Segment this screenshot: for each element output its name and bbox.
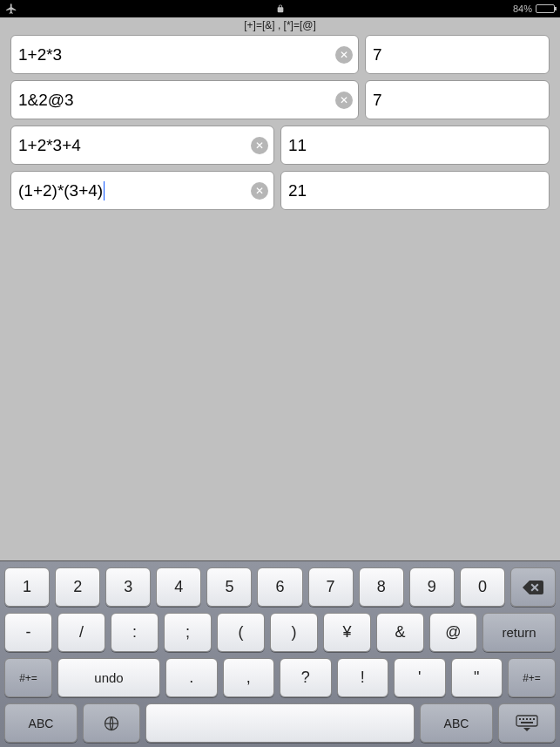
key-sym[interactable]: ! <box>337 658 389 697</box>
svg-rect-4 <box>526 718 528 720</box>
svg-rect-5 <box>530 718 531 720</box>
result-output[interactable]: 7 <box>365 80 550 119</box>
key-4[interactable]: 4 <box>156 567 201 607</box>
key-7[interactable]: 7 <box>308 567 354 607</box>
result-output[interactable]: 11 <box>280 126 550 165</box>
space-key[interactable] <box>145 703 415 743</box>
key-sym[interactable]: " <box>451 658 503 697</box>
key-sym[interactable]: / <box>57 613 105 652</box>
backspace-key[interactable] <box>510 567 556 607</box>
globe-key[interactable] <box>83 703 140 743</box>
expression-input[interactable]: (1+2)*(3+4)✕ <box>10 171 274 210</box>
key-5[interactable]: 5 <box>206 567 252 607</box>
return-key[interactable]: return <box>482 613 556 652</box>
special-key-left[interactable]: #+= <box>4 658 52 697</box>
calc-row: (1+2)*(3+4)✕21 <box>10 171 550 210</box>
airplane-icon <box>5 3 17 15</box>
text-cursor <box>104 181 105 200</box>
key-sym[interactable]: ) <box>270 613 318 652</box>
key-sym[interactable]: ? <box>280 658 332 697</box>
clear-icon[interactable]: ✕ <box>251 182 268 200</box>
key-sym[interactable]: ( <box>217 613 265 652</box>
expression-input[interactable]: 1&2@3✕ <box>10 80 359 119</box>
key-2[interactable]: 2 <box>55 567 100 607</box>
hint-text: [+]=[&] , [*]=[@] <box>0 17 560 35</box>
lock-icon <box>276 3 285 14</box>
battery-percent: 84% <box>513 3 532 14</box>
key-0[interactable]: 0 <box>460 567 505 607</box>
expression-text: 1+2*3+4 <box>18 136 81 155</box>
result-output[interactable]: 7 <box>365 35 550 74</box>
result-text: 7 <box>373 91 382 110</box>
expression-text: 1+2*3 <box>18 45 62 65</box>
hide-keyboard-icon <box>516 715 538 732</box>
battery-icon <box>536 4 555 13</box>
expression-input[interactable]: 1+2*3+4✕ <box>10 126 274 165</box>
clear-icon[interactable]: ✕ <box>335 46 353 64</box>
abc-key-left[interactable]: ABC <box>4 703 78 743</box>
svg-rect-2 <box>519 718 521 720</box>
result-output[interactable]: 21 <box>280 171 550 210</box>
key-3[interactable]: 3 <box>105 567 151 607</box>
svg-rect-6 <box>533 718 535 720</box>
key-sym[interactable]: ¥ <box>323 613 371 652</box>
key-sym[interactable]: : <box>111 613 159 652</box>
svg-rect-1 <box>516 716 537 726</box>
globe-icon <box>103 715 120 732</box>
calc-row: 1+2*3+4✕11 <box>10 126 550 165</box>
key-sym[interactable]: , <box>223 658 275 697</box>
undo-key[interactable]: undo <box>57 658 160 697</box>
calc-row: 1&2@3✕7 <box>10 80 550 119</box>
key-6[interactable]: 6 <box>257 567 302 607</box>
calc-rows: 1+2*3✕71&2@3✕71+2*3+4✕11(1+2)*(3+4)✕21 <box>0 35 560 216</box>
svg-rect-7 <box>521 722 533 723</box>
result-text: 11 <box>288 136 307 155</box>
key-8[interactable]: 8 <box>359 567 404 607</box>
hide-keyboard-key[interactable] <box>498 703 556 743</box>
backspace-icon <box>523 581 543 594</box>
key-sym[interactable]: @ <box>429 613 477 652</box>
keyboard: 1234567890 -/:;()¥&@return #+=undo.,?!'"… <box>0 560 560 747</box>
svg-rect-3 <box>523 718 524 720</box>
key-sym[interactable]: - <box>4 613 52 652</box>
expression-input[interactable]: 1+2*3✕ <box>10 35 359 74</box>
status-bar: 84% <box>0 0 560 17</box>
result-text: 7 <box>373 45 382 65</box>
key-9[interactable]: 9 <box>409 567 455 607</box>
calc-row: 1+2*3✕7 <box>10 35 550 74</box>
clear-icon[interactable]: ✕ <box>335 92 353 109</box>
key-1[interactable]: 1 <box>4 567 50 607</box>
key-sym[interactable]: & <box>376 613 424 652</box>
key-sym[interactable]: . <box>165 658 218 697</box>
abc-key-right[interactable]: ABC <box>420 703 493 743</box>
special-key-right[interactable]: #+= <box>508 658 556 697</box>
expression-text: 1&2@3 <box>18 91 74 110</box>
result-text: 21 <box>288 181 307 200</box>
key-sym[interactable]: ; <box>164 613 212 652</box>
clear-icon[interactable]: ✕ <box>251 137 268 154</box>
key-sym[interactable]: ' <box>394 658 446 697</box>
expression-text: (1+2)*(3+4) <box>18 181 103 200</box>
